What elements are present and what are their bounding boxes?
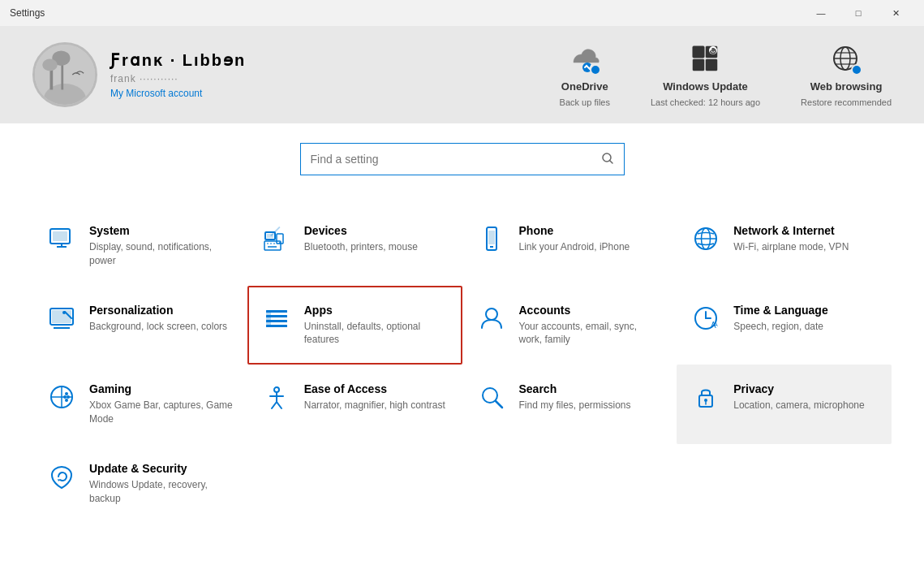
shortcut-onedrive[interactable]: OneDrive Back up files bbox=[560, 43, 610, 107]
apps-text: Apps Uninstall, defaults, optional featu… bbox=[304, 304, 448, 347]
search-box bbox=[300, 143, 625, 175]
web-browsing-badge bbox=[851, 64, 862, 76]
time-language-icon: A A bbox=[691, 304, 720, 333]
minimize-button[interactable]: — bbox=[802, 0, 840, 26]
ease-of-access-title: Ease of Access bbox=[304, 382, 445, 395]
devices-text: Devices Bluetooth, printers, mouse bbox=[304, 224, 418, 254]
search-setting-icon bbox=[477, 382, 506, 412]
devices-desc: Bluetooth, printers, mouse bbox=[304, 240, 418, 254]
onedrive-subtitle: Back up files bbox=[560, 97, 610, 107]
svg-rect-35 bbox=[488, 231, 495, 244]
network-text: Network & Internet Wi-Fi, airplane mode,… bbox=[733, 224, 849, 254]
personalization-title: Personalization bbox=[89, 304, 227, 317]
web-browsing-title: Web browsing bbox=[810, 80, 883, 93]
profile-name: Ƒrɑnĸ · Lıbbɘn bbox=[110, 50, 246, 70]
network-icon bbox=[691, 224, 720, 253]
microsoft-account-link[interactable]: My Microsoft account bbox=[110, 88, 246, 99]
privacy-icon bbox=[691, 382, 720, 412]
privacy-title: Privacy bbox=[733, 382, 864, 395]
privacy-text: Privacy Location, camera, microphone bbox=[733, 382, 864, 412]
setting-apps[interactable]: Apps Uninstall, defaults, optional featu… bbox=[247, 286, 462, 365]
system-title: System bbox=[89, 224, 233, 237]
profile-section: Ƒrɑnĸ · Lıbbɘn frank ··········· My Micr… bbox=[32, 42, 246, 107]
personalization-desc: Background, lock screen, colors bbox=[89, 320, 227, 334]
personalization-icon bbox=[47, 304, 76, 333]
system-icon bbox=[47, 224, 76, 253]
profile-info: Ƒrɑnĸ · Lıbbɘn frank ··········· My Micr… bbox=[110, 50, 246, 99]
setting-personalization[interactable]: Personalization Background, lock screen,… bbox=[32, 286, 247, 365]
svg-line-66 bbox=[277, 402, 281, 408]
svg-point-59 bbox=[67, 395, 70, 399]
svg-rect-10 bbox=[706, 59, 717, 71]
time-language-desc: Speech, region, date bbox=[733, 320, 827, 334]
header: Ƒrɑnĸ · Lıbbɘn frank ··········· My Micr… bbox=[0, 26, 924, 123]
shortcut-windows-update[interactable]: Windows Update Last checked: 12 hours ag… bbox=[651, 43, 760, 107]
setting-accounts[interactable]: Accounts Your accounts, email, sync, wor… bbox=[462, 286, 677, 365]
setting-search[interactable]: Search Find my files, permissions bbox=[462, 365, 677, 444]
svg-point-58 bbox=[65, 392, 68, 395]
search-setting-desc: Find my files, permissions bbox=[519, 399, 631, 412]
privacy-desc: Location, camera, microphone bbox=[733, 399, 864, 412]
svg-point-49 bbox=[486, 309, 497, 320]
setting-time-language[interactable]: A A Time & Language Speech, region, date bbox=[677, 286, 892, 365]
search-input[interactable] bbox=[311, 153, 601, 166]
svg-text:A: A bbox=[714, 321, 718, 327]
update-security-text: Update & Security Windows Update, recove… bbox=[89, 462, 233, 506]
update-security-icon bbox=[47, 462, 76, 491]
shortcut-web-browsing[interactable]: Web browsing Restore recommended bbox=[801, 43, 892, 107]
settings-main: System Display, sound, notifications, po… bbox=[0, 198, 924, 561]
setting-ease-of-access[interactable]: Ease of Access Narrator, magnifier, high… bbox=[247, 365, 462, 444]
svg-line-65 bbox=[272, 402, 277, 408]
gaming-text: Gaming Xbox Game Bar, captures, Game Mod… bbox=[89, 382, 233, 426]
network-title: Network & Internet bbox=[733, 224, 849, 237]
setting-network[interactable]: Network & Internet Wi-Fi, airplane mode,… bbox=[677, 206, 892, 286]
apps-icon bbox=[262, 304, 291, 333]
ease-of-access-text: Ease of Access Narrator, magnifier, high… bbox=[304, 382, 445, 412]
setting-system[interactable]: System Display, sound, notifications, po… bbox=[32, 206, 247, 286]
update-security-title: Update & Security bbox=[89, 462, 233, 475]
app-title: Settings bbox=[10, 7, 45, 19]
phone-title: Phone bbox=[519, 224, 630, 237]
windows-update-subtitle: Last checked: 12 hours ago bbox=[651, 97, 760, 107]
svg-point-60 bbox=[65, 399, 68, 402]
web-browsing-icon bbox=[830, 43, 862, 76]
svg-line-18 bbox=[609, 160, 612, 163]
phone-desc: Link your Android, iPhone bbox=[519, 240, 630, 254]
search-container bbox=[0, 123, 924, 198]
update-security-desc: Windows Update, recovery, backup bbox=[89, 478, 233, 506]
search-icon bbox=[601, 152, 614, 165]
apps-desc: Uninstall, defaults, optional features bbox=[304, 320, 448, 347]
windows-update-icon bbox=[690, 43, 722, 76]
devices-icon bbox=[262, 224, 291, 253]
ease-of-access-desc: Narrator, magnifier, high contrast bbox=[304, 399, 445, 412]
close-button[interactable]: ✕ bbox=[877, 0, 914, 26]
svg-rect-7 bbox=[693, 46, 704, 58]
svg-rect-28 bbox=[264, 241, 281, 250]
accounts-text: Accounts Your accounts, email, sync, wor… bbox=[519, 304, 663, 347]
windows-update-title: Windows Update bbox=[663, 80, 748, 93]
system-desc: Display, sound, notifications, power bbox=[89, 240, 233, 268]
personalization-text: Personalization Background, lock screen,… bbox=[89, 304, 227, 334]
setting-gaming[interactable]: Gaming Xbox Game Bar, captures, Game Mod… bbox=[32, 365, 247, 444]
apps-title: Apps bbox=[304, 304, 448, 317]
devices-title: Devices bbox=[304, 224, 418, 237]
setting-phone[interactable]: Phone Link your Android, iPhone bbox=[462, 206, 677, 286]
time-language-title: Time & Language bbox=[733, 304, 827, 317]
avatar bbox=[32, 42, 97, 107]
maximize-button[interactable]: □ bbox=[840, 0, 877, 26]
search-icon-button[interactable] bbox=[601, 152, 614, 167]
header-shortcuts: OneDrive Back up files Windows bbox=[560, 43, 892, 107]
svg-line-68 bbox=[496, 401, 502, 408]
setting-update-security[interactable]: Update & Security Windows Update, recove… bbox=[32, 444, 247, 524]
network-desc: Wi-Fi, airplane mode, VPN bbox=[733, 240, 849, 254]
setting-privacy[interactable]: Privacy Location, camera, microphone bbox=[677, 365, 892, 444]
setting-devices[interactable]: Devices Bluetooth, printers, mouse bbox=[247, 206, 462, 286]
svg-rect-40 bbox=[52, 310, 71, 323]
svg-rect-48 bbox=[266, 310, 271, 327]
svg-point-5 bbox=[42, 59, 58, 71]
profile-email: frank ··········· bbox=[110, 73, 246, 84]
title-bar: Settings — □ ✕ bbox=[0, 0, 924, 26]
accounts-title: Accounts bbox=[519, 304, 663, 317]
search-setting-text: Search Find my files, permissions bbox=[519, 382, 631, 412]
phone-text: Phone Link your Android, iPhone bbox=[519, 224, 630, 254]
